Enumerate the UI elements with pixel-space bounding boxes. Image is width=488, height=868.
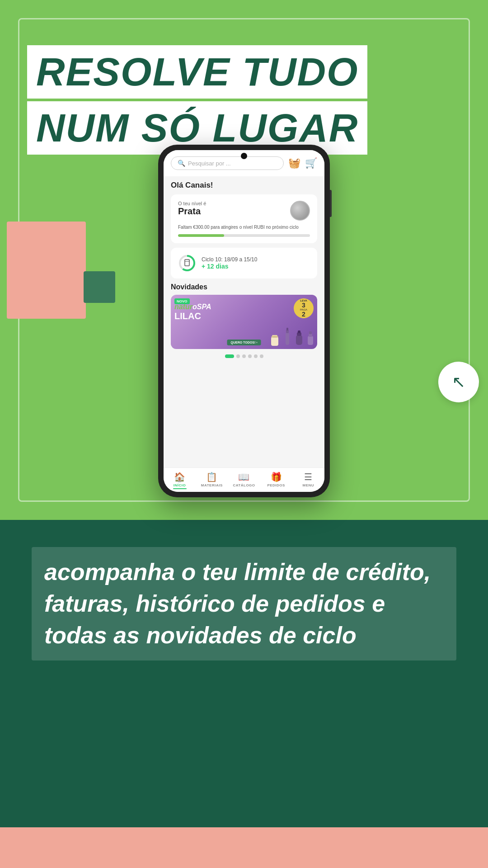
wishlist-icon[interactable]: 🧺 [288, 157, 300, 169]
level-card: O teu nível é Prata Faltam €300.00 para … [171, 194, 317, 243]
promo-brand-line1: naturoSPA [174, 303, 211, 311]
product-bottle2-icon [294, 329, 305, 347]
svg-rect-13 [308, 336, 313, 345]
level-header: O teu nível é Prata [178, 201, 310, 221]
cursor-icon: ↖ [452, 373, 465, 392]
level-badge-icon [290, 201, 310, 221]
pink-decorative-rect [7, 222, 86, 319]
nav-item-inicio[interactable]: 🏠 INÍCIO [169, 472, 191, 489]
promo-products [266, 325, 317, 349]
svg-rect-2 [185, 259, 189, 266]
materiais-icon: 📋 [206, 472, 217, 482]
nav-item-materiais[interactable]: 📋 MATERIAIS [201, 472, 223, 489]
dot-3[interactable] [242, 354, 246, 358]
darkgreen-decorative-rect [84, 271, 115, 303]
dot-2[interactable] [236, 354, 240, 358]
nav-label-menu: MENU [303, 483, 314, 487]
product-bottle1-icon [282, 327, 292, 347]
greeting-text: Olá Canais! [171, 181, 317, 190]
carousel-dots [171, 354, 317, 358]
top-section: RESOLVE TUDO NUM SÓ LUGAR 🔍 Pesquisar po… [0, 0, 488, 520]
cycle-days: + 12 dias [202, 263, 257, 270]
level-info: O teu nível é Prata [178, 201, 206, 217]
level-bar-fill [178, 234, 224, 237]
product-bottle3-icon [306, 330, 315, 347]
novidades-section: Novidades NOVO naturoSPA LILAC [171, 283, 317, 463]
bottom-text: acompanha o teu limite de crédito, fatur… [44, 556, 444, 651]
phone-screen: 🔍 Pesquisar por ... 🧺 🛒 Olá Canais! O te… [164, 150, 324, 492]
promo-cta-button[interactable]: QUERO TODOS! › [227, 340, 261, 345]
search-box[interactable]: 🔍 Pesquisar por ... [171, 156, 284, 170]
promo-paga-num: 2 [302, 311, 305, 317]
level-progress-text: Faltam €300.00 para atingires o nível RU… [178, 224, 310, 231]
cycle-info: Ciclo 10: 18/09 a 15/10 + 12 dias [202, 256, 257, 270]
level-progress-bar [178, 234, 310, 237]
search-placeholder: Pesquisar por ... [188, 160, 231, 167]
svg-rect-10 [296, 335, 302, 345]
nav-label-inicio: INÍCIO [174, 483, 186, 487]
dot-6[interactable] [260, 354, 263, 358]
bottom-section: acompanha o teu limite de crédito, fatur… [0, 520, 488, 868]
click-cursor-circle: ↖ [438, 362, 479, 402]
menu-icon: ☰ [304, 472, 312, 482]
pedidos-icon: 🎁 [271, 472, 282, 482]
phone-camera [241, 153, 247, 159]
catalogo-icon: 📖 [238, 472, 249, 482]
dot-5[interactable] [254, 354, 258, 358]
bottom-pink-strip [0, 827, 488, 868]
product-jar-icon [268, 332, 281, 347]
level-name: Prata [178, 206, 206, 217]
svg-point-6 [271, 336, 278, 338]
app-content: Olá Canais! O teu nível é Prata Faltam €… [164, 176, 324, 467]
promo-brand: naturoSPA LILAC [174, 303, 211, 321]
search-icon: 🔍 [178, 160, 185, 167]
title-area: RESOLVE TUDO NUM SÓ LUGAR [27, 45, 367, 155]
svg-rect-4 [271, 337, 278, 346]
phone-wrapper: 🔍 Pesquisar por ... 🧺 🛒 Olá Canais! O te… [158, 145, 330, 497]
nav-label-catalogo: CATÁLOGO [233, 483, 255, 487]
svg-rect-7 [286, 332, 289, 345]
dot-4[interactable] [248, 354, 252, 358]
nav-label-pedidos: PEDIDOS [267, 483, 285, 487]
cycle-icon [178, 254, 196, 272]
dot-1[interactable] [225, 354, 234, 358]
svg-rect-9 [286, 328, 288, 330]
cart-icon[interactable]: 🛒 [305, 157, 317, 169]
home-icon: 🏠 [174, 472, 185, 482]
svg-rect-12 [298, 330, 300, 333]
novidades-title: Novidades [171, 283, 317, 291]
app-bottom-nav: 🏠 INÍCIO 📋 MATERIAIS 📖 CATÁLOGO 🎁 [164, 467, 324, 492]
phone-frame: 🔍 Pesquisar por ... 🧺 🛒 Olá Canais! O te… [158, 145, 330, 497]
promo-leva-badge: LEVA 3 PAGA 2 [294, 298, 314, 318]
bottom-text-block: acompanha o teu limite de crédito, fatur… [32, 547, 456, 660]
svg-rect-15 [309, 331, 312, 334]
nav-item-catalogo[interactable]: 📖 CATÁLOGO [233, 472, 255, 489]
level-label: O teu nível é [178, 201, 206, 206]
promo-leva-num: 3 [302, 302, 305, 308]
title-line1-text: RESOLVE TUDO [36, 49, 358, 94]
nav-item-menu[interactable]: ☰ MENU [297, 472, 319, 489]
promo-brand-line2: LILAC [174, 311, 201, 321]
promo-banner[interactable]: NOVO naturoSPA LILAC [171, 295, 317, 349]
nav-underline [173, 488, 187, 489]
cycle-card: Ciclo 10: 18/09 a 15/10 + 12 dias [171, 248, 317, 278]
cycle-dates: Ciclo 10: 18/09 a 15/10 [202, 256, 257, 263]
title-line2-text: NUM SÓ LUGAR [36, 105, 358, 150]
nav-label-materiais: MATERIAIS [201, 483, 223, 487]
nav-item-pedidos[interactable]: 🎁 PEDIDOS [265, 472, 287, 489]
title-line1-block: RESOLVE TUDO [27, 45, 367, 99]
